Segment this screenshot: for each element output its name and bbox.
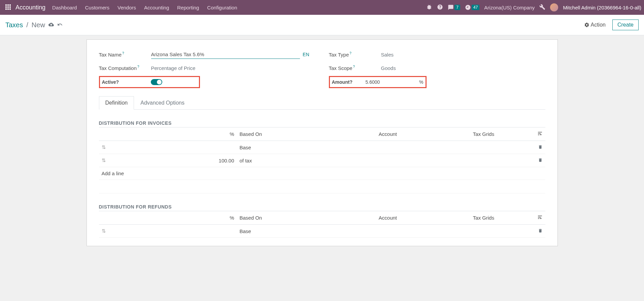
col-percent: % [109,211,237,225]
control-bar: Taxes / New Action Create [0,15,644,35]
delete-row-icon[interactable] [535,225,545,238]
save-cloud-icon[interactable] [48,21,54,29]
discard-icon[interactable] [57,21,63,29]
dist-refunds-table: % Based On Account Tax Grids ⇅ Base [99,211,545,238]
cell-percent[interactable] [109,141,237,154]
col-tax-grids: Tax Grids [433,211,534,225]
tabs: Definition Advanced Options [99,96,545,110]
tab-definition[interactable]: Definition [99,96,134,110]
breadcrumb-sep: / [26,21,28,29]
topbar: Accounting Dashboard Customers Vendors A… [0,0,644,15]
cell-percent[interactable]: 100.00 [109,154,237,167]
menu-vendors[interactable]: Vendors [117,5,136,10]
tab-advanced[interactable]: Advanced Options [134,96,191,109]
delete-row-icon[interactable] [535,141,545,154]
tax-type-value[interactable]: Sales [381,52,545,58]
form-sheet: Tax Name? EN Tax Computation? Percentage… [87,39,558,246]
col-based-on: Based On [237,127,343,141]
help-icon[interactable]: ? [349,79,352,85]
menu-configuration[interactable]: Configuration [207,5,237,10]
tools-icon[interactable] [539,4,545,11]
messages-icon[interactable]: 7 [448,4,460,10]
activities-icon[interactable]: 47 [465,4,479,10]
sheet-scroll[interactable]: Tax Name? EN Tax Computation? Percentage… [0,35,644,301]
menu-accounting[interactable]: Accounting [144,5,169,10]
section-title-refunds: DISTRIBUTION FOR REFUNDS [99,204,545,211]
activities-badge: 47 [472,5,479,10]
field-tax-name: Tax Name? EN [99,48,315,61]
bug-icon[interactable] [426,4,432,11]
menu-customers[interactable]: Customers [85,5,109,10]
help-icon[interactable]: ? [116,79,119,85]
amount-value[interactable]: 5.6000 [366,79,419,85]
field-tax-scope: Tax Scope? Goods [329,61,545,75]
action-button[interactable]: Action [584,22,606,28]
apps-icon[interactable] [5,4,11,10]
delete-row-icon[interactable] [535,154,545,167]
active-highlight: Active? [99,76,200,88]
table-row[interactable]: ⇅ 100.00 of tax [99,154,545,167]
breadcrumb-current: New [32,21,45,29]
col-tax-grids: Tax Grids [433,127,534,141]
user-name[interactable]: Mitchell Admin (20366964-16-0-all) [563,5,641,10]
avatar[interactable] [550,3,558,11]
drag-handle-icon[interactable]: ⇅ [99,141,109,154]
help-icon[interactable]: ? [122,51,124,55]
table-settings-icon[interactable] [535,127,545,141]
drag-handle-icon[interactable]: ⇅ [99,225,109,238]
col-based-on: Based On [237,211,343,225]
dist-invoices-table: % Based On Account Tax Grids ⇅ Base ⇅ [99,127,545,193]
action-label: Action [591,22,606,28]
drag-handle-icon[interactable]: ⇅ [99,154,109,167]
cell-percent[interactable] [109,225,237,238]
menu-dashboard[interactable]: Dashboard [52,5,77,10]
active-toggle[interactable] [151,79,162,85]
cell-based-on[interactable]: Base [237,141,343,154]
breadcrumb-root[interactable]: Taxes [5,21,23,29]
help-icon[interactable]: ? [137,65,139,69]
support-icon[interactable] [437,4,443,11]
cell-based-on[interactable]: Base [237,225,343,238]
tax-computation-value[interactable]: Percentage of Price [151,65,315,71]
topbar-right: 7 47 Arizona(US) Company Mitchell Admin … [426,3,641,11]
table-row[interactable]: ⇅ Base [99,141,545,154]
lang-badge[interactable]: EN [303,52,309,57]
tax-name-input[interactable] [151,50,300,59]
amount-unit: % [419,79,423,85]
create-button[interactable]: Create [612,20,639,30]
field-tax-computation: Tax Computation? Percentage of Price [99,61,315,75]
table-row[interactable]: ⇅ Base [99,225,545,238]
col-account: Account [343,211,433,225]
amount-highlight: Amount? 5.6000 % [329,76,427,88]
tax-scope-value[interactable]: Goods [381,65,545,71]
company-selector[interactable]: Arizona(US) Company [484,5,535,10]
cell-based-on[interactable]: of tax [237,154,343,167]
messages-badge: 7 [454,5,460,10]
col-percent: % [109,127,237,141]
menu-reporting[interactable]: Reporting [177,5,199,10]
field-tax-type: Tax Type? Sales [329,48,545,61]
breadcrumb: Taxes / New [5,21,63,29]
help-icon[interactable]: ? [349,51,351,55]
add-line-invoices[interactable]: Add a line [99,167,545,180]
section-title-invoices: DISTRIBUTION FOR INVOICES [99,120,545,127]
col-account: Account [343,127,433,141]
main-menu: Dashboard Customers Vendors Accounting R… [52,5,237,10]
app-brand[interactable]: Accounting [15,4,45,11]
help-icon[interactable]: ? [353,65,355,69]
table-settings-icon[interactable] [535,211,545,225]
